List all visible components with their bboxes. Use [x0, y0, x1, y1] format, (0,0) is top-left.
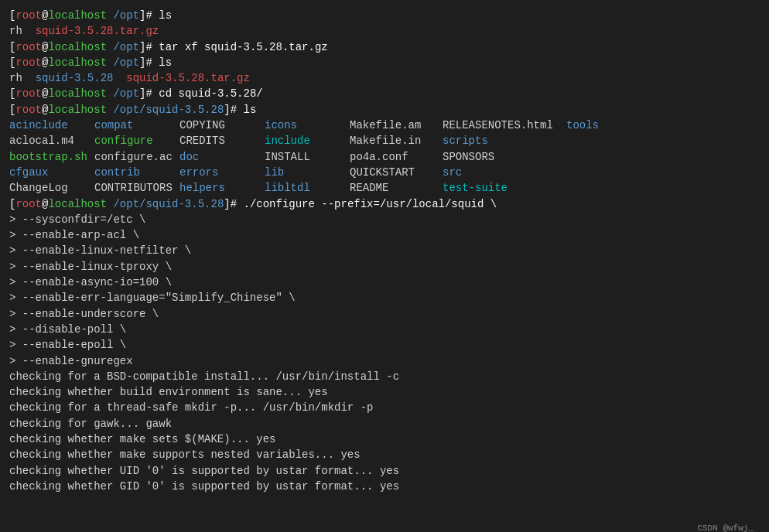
line-6: [root@localhost /opt]# cd squid-3.5.28/: [9, 86, 760, 101]
line-4: [root@localhost /opt]# ls: [9, 55, 760, 70]
ls-cell: CREDITS: [179, 133, 265, 148]
ls-cell: compat: [94, 118, 179, 133]
ls-row-4: cfgaux contrib errors lib QUICKSTART src: [9, 165, 651, 180]
ls-cell: [566, 180, 651, 196]
configure-line-10: > --enable-gnuregex: [9, 353, 760, 369]
check-line-3: checking for a thread-safe mkdir -p... /…: [9, 400, 760, 415]
ls-cell: CONTRIBUTORS: [94, 180, 179, 196]
configure-line-9: > --enable-epoll \: [9, 337, 760, 353]
ls-cell: bootstrap.sh: [9, 149, 94, 165]
ls-cell: SPONSORS: [443, 149, 566, 165]
configure-line-8: > --disable-poll \: [9, 322, 760, 337]
ls-cell: configure.ac: [94, 149, 179, 165]
line-7: [root@localhost /opt/squid-3.5.28]# ls: [9, 102, 760, 118]
check-line-5: checking whether make sets $(MAKE)... ye…: [9, 431, 760, 447]
configure-line-5: > --enable-async-io=100 \: [9, 275, 760, 290]
ls-cell: helpers: [179, 180, 265, 196]
watermark: CSDN @wfwj_: [697, 523, 754, 532]
configure-line-3: > --enable-linux-netfilter \: [9, 243, 760, 258]
ls-row-3: bootstrap.sh configure.ac doc INSTALL po…: [9, 149, 651, 165]
ls-cell: README: [350, 180, 443, 196]
check-line-7: checking whether UID '0' is supported by…: [9, 463, 760, 479]
check-line-4: checking for gawk... gawk: [9, 416, 760, 431]
line-5: rh squid-3.5.28 squid-3.5.28.tar.gz: [9, 70, 760, 86]
ls-cell: cfgaux: [9, 165, 94, 180]
line-1: [root@localhost /opt]# ls: [9, 8, 760, 23]
ls-cell: [566, 165, 651, 180]
ls-row-5: ChangeLog CONTRIBUTORS helpers libltdl R…: [9, 180, 651, 196]
ls-cell: Makefile.in: [350, 133, 443, 148]
ls-cell: include: [265, 133, 350, 148]
check-line-6: checking whether make supports nested va…: [9, 447, 760, 462]
line-2: rh squid-3.5.28.tar.gz: [9, 23, 760, 39]
ls-cell: Makefile.am: [350, 118, 443, 133]
ls-cell: libltdl: [265, 180, 350, 196]
ls-cell: scripts: [443, 133, 566, 148]
configure-line-1: > --sysconfdir=/etc \: [9, 212, 760, 227]
ls-cell: aclocal.m4: [9, 133, 94, 148]
ls-cell: acinclude: [9, 118, 94, 133]
ls-cell: po4a.conf: [350, 149, 443, 165]
ls-cell: contrib: [94, 165, 179, 180]
configure-line-7: > --enable-underscore \: [9, 306, 760, 322]
ls-cell: ChangeLog: [9, 180, 94, 196]
ls-row-1: acinclude compat COPYING icons Makefile.…: [9, 118, 651, 133]
ls-cell: QUICKSTART: [350, 165, 443, 180]
terminal: [root@localhost /opt]# ls rh squid-3.5.2…: [9, 8, 760, 532]
line-3: [root@localhost /opt]# tar xf squid-3.5.…: [9, 39, 760, 55]
ls-cell: COPYING: [179, 118, 265, 133]
ls-cell: doc: [179, 149, 265, 165]
check-line-8: checking whether GID '0' is supported by…: [9, 479, 760, 494]
ls-cell: [566, 149, 651, 165]
ls-row-2: aclocal.m4 configure CREDITS include Mak…: [9, 133, 651, 148]
ls-cell: tools: [566, 118, 651, 133]
check-line-2: checking whether build environment is sa…: [9, 384, 760, 400]
configure-line-4: > --enable-linux-tproxy \: [9, 259, 760, 275]
configure-cmd: [root@localhost /opt/squid-3.5.28]# ./co…: [9, 196, 760, 212]
ls-cell: RELEASENOTES.html: [443, 118, 566, 133]
check-line-1: checking for a BSD-compatible install...…: [9, 369, 760, 384]
ls-cell: configure: [94, 133, 179, 148]
ls-cell: errors: [179, 165, 265, 180]
ls-cell: icons: [265, 118, 350, 133]
ls-cell: lib: [265, 165, 350, 180]
ls-cell: INSTALL: [265, 149, 350, 165]
configure-line-2: > --enable-arp-acl \: [9, 227, 760, 243]
ls-cell: src: [443, 165, 566, 180]
ls-cell: [566, 133, 651, 148]
configure-line-6: > --enable-err-language="Simplify_Chines…: [9, 290, 760, 305]
ls-output: acinclude compat COPYING icons Makefile.…: [9, 118, 760, 196]
ls-cell: test-suite: [443, 180, 566, 196]
